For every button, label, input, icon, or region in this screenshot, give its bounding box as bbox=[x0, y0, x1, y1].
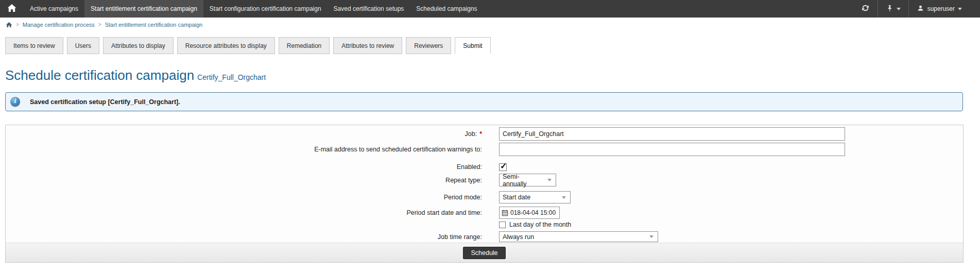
period-start-label: Period start date and time: bbox=[6, 209, 482, 216]
nav-scheduled-campaigns[interactable]: Scheduled campaigns bbox=[410, 0, 483, 18]
chevron-down-icon bbox=[547, 179, 552, 181]
breadcrumb-link-start-entitlement-certification-campaign[interactable]: Start entitlement certification campaign bbox=[105, 22, 203, 28]
email-label: E-mail address to send scheduled certifi… bbox=[6, 146, 482, 153]
tab-bar: Items to review Users Attributes to disp… bbox=[5, 37, 980, 54]
topbar-right-group: superuser bbox=[853, 0, 980, 18]
tab-attributes-to-display[interactable]: Attributes to display bbox=[103, 37, 174, 54]
period-start-value: 018-04-04 15:00 bbox=[510, 209, 556, 216]
required-asterisk: * bbox=[479, 130, 482, 138]
top-nav-bar: Active campaigns Start entitlement certi… bbox=[0, 0, 980, 18]
chevron-down-icon bbox=[562, 196, 566, 199]
repeat-type-label: Repeat type: bbox=[6, 177, 482, 184]
job-time-range-select[interactable]: Always run bbox=[499, 231, 658, 242]
refresh-icon bbox=[861, 4, 870, 14]
last-day-checkbox[interactable] bbox=[499, 222, 506, 228]
schedule-form: Job:* E-mail address to send scheduled c… bbox=[6, 125, 963, 243]
refresh-button[interactable] bbox=[853, 0, 878, 18]
tab-reviewers[interactable]: Reviewers bbox=[406, 37, 451, 54]
job-time-range-label: Job time range: bbox=[6, 233, 482, 241]
schedule-form-panel: Job:* E-mail address to send scheduled c… bbox=[5, 125, 964, 263]
job-label: Job:* bbox=[6, 130, 482, 138]
job-time-range-row: Job time range: Always run bbox=[6, 231, 963, 242]
chevron-down-icon bbox=[897, 8, 901, 10]
user-menu[interactable]: superuser bbox=[909, 0, 970, 18]
last-day-row: Last day of the month bbox=[6, 221, 963, 228]
nav-active-campaigns[interactable]: Active campaigns bbox=[24, 0, 84, 18]
chevron-down-icon bbox=[958, 8, 962, 10]
breadcrumb-separator: > bbox=[16, 22, 19, 27]
calendar-icon bbox=[502, 209, 508, 216]
panel-footer: Schedule bbox=[6, 243, 963, 262]
tab-users[interactable]: Users bbox=[67, 37, 99, 54]
period-start-row: Period start date and time: bbox=[6, 207, 963, 219]
user-icon bbox=[917, 4, 924, 13]
breadcrumb: > Manage certification process > Start e… bbox=[0, 18, 980, 31]
nav-saved-certification-setups[interactable]: Saved certification setups bbox=[328, 0, 410, 18]
enabled-row: Enabled: bbox=[6, 163, 963, 171]
period-mode-row: Period mode: Start date bbox=[6, 191, 963, 203]
period-mode-label: Period mode: bbox=[6, 194, 482, 201]
page-title-text: Schedule certification campaign bbox=[5, 67, 194, 83]
tab-resource-attributes-to-display[interactable]: Resource attributes to display bbox=[177, 37, 275, 54]
home-icon bbox=[7, 4, 17, 14]
email-row: E-mail address to send scheduled certifi… bbox=[6, 143, 963, 156]
screen: Active campaigns Start entitlement certi… bbox=[0, 0, 980, 272]
period-mode-value: Start date bbox=[503, 194, 530, 201]
breadcrumb-separator: > bbox=[98, 22, 101, 27]
schedule-button[interactable]: Schedule bbox=[463, 247, 505, 259]
last-day-label: Last day of the month bbox=[509, 221, 571, 228]
enabled-label: Enabled: bbox=[6, 163, 482, 171]
tab-remediation[interactable]: Remediation bbox=[279, 37, 330, 54]
user-menu-label: superuser bbox=[927, 5, 955, 12]
chevron-down-icon bbox=[649, 235, 654, 238]
repeat-type-select[interactable]: Semi-annually bbox=[499, 174, 556, 186]
period-start-date-input[interactable]: 018-04-04 15:00 bbox=[499, 207, 560, 219]
info-icon bbox=[10, 97, 20, 107]
job-input[interactable] bbox=[499, 127, 845, 141]
page-subtitle: Certify_Full_Orgchart bbox=[197, 73, 266, 81]
pin-menu-button[interactable] bbox=[878, 0, 908, 18]
enabled-checkbox[interactable] bbox=[499, 163, 507, 171]
job-row: Job:* bbox=[6, 127, 963, 141]
tab-items-to-review[interactable]: Items to review bbox=[5, 37, 63, 54]
home-button[interactable] bbox=[0, 0, 24, 18]
nav-start-entitlement-certification-campaign[interactable]: Start entitlement certification campaign bbox=[84, 0, 203, 18]
repeat-type-value: Semi-annually bbox=[503, 173, 543, 188]
repeat-type-row: Repeat type: Semi-annually bbox=[6, 174, 963, 186]
info-alert-text: Saved certification setup [Certify_Full_… bbox=[30, 98, 180, 106]
info-alert: Saved certification setup [Certify_Full_… bbox=[5, 92, 963, 111]
breadcrumb-home-icon[interactable] bbox=[6, 22, 12, 28]
tab-submit[interactable]: Submit bbox=[455, 37, 490, 54]
page-title: Schedule certification campaignCertify_F… bbox=[5, 68, 980, 84]
tab-attributes-to-review[interactable]: Attributes to review bbox=[333, 37, 402, 54]
job-time-range-value: Always run bbox=[503, 233, 534, 241]
period-mode-select[interactable]: Start date bbox=[499, 191, 571, 203]
breadcrumb-link-manage-certification-process[interactable]: Manage certification process bbox=[23, 22, 95, 28]
pin-icon bbox=[886, 4, 893, 14]
nav-start-configuration-certification-campaign[interactable]: Start configuration certification campai… bbox=[203, 0, 328, 18]
email-input[interactable] bbox=[499, 143, 845, 156]
job-label-text: Job: bbox=[465, 130, 477, 138]
